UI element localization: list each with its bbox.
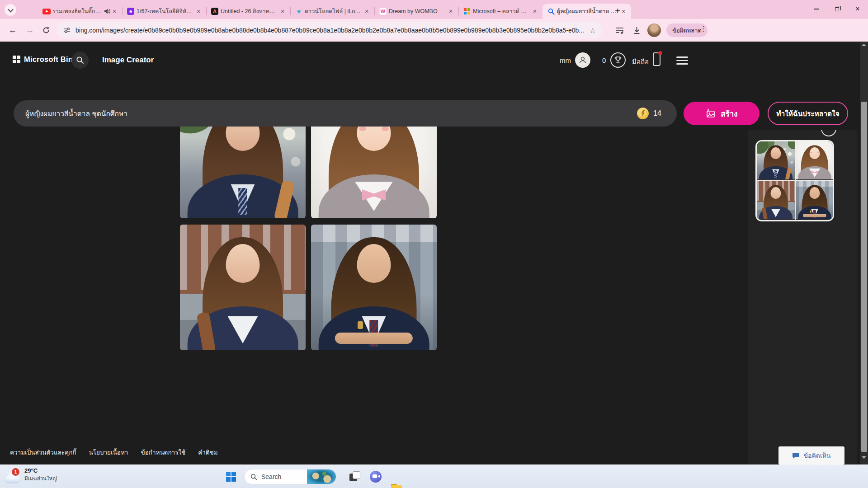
- address-bar[interactable]: bing.com/images/create/e0b89ce0b8b9e0b98…: [57, 22, 602, 38]
- generated-image-4[interactable]: [311, 225, 437, 350]
- scroll-down-icon[interactable]: [862, 456, 866, 459]
- browser-toolbar: ← → bing.com/images/create/e0b89ce0b8b9e…: [0, 19, 868, 42]
- browser-menu-icon[interactable]: ⋮: [700, 24, 707, 33]
- user-avatar[interactable]: [575, 52, 590, 68]
- window-minimize-button[interactable]: [806, 0, 826, 18]
- chat-teams-button[interactable]: [370, 471, 382, 483]
- bing-image-creator-page: Microsoft Bing Image Creator mm 0 มือถือ: [0, 42, 868, 465]
- weather-condition: มีเมฆส่วนใหญ่: [24, 474, 57, 483]
- restore-icon: [835, 7, 839, 11]
- brand-name: Microsoft Bing: [24, 55, 77, 64]
- browser-tab-wombo[interactable]: W Dream by WOMBO ×: [374, 4, 458, 19]
- microsoft-logo-icon: [13, 56, 20, 63]
- phone-icon[interactable]: [653, 52, 660, 66]
- search-icon: [250, 474, 257, 480]
- recent-thumbnail-cell[interactable]: [757, 141, 795, 180]
- recent-creations-sidebar: [748, 130, 857, 465]
- tab-title: รวมเพลงฮิตในติ๊กต๊อ...: [52, 7, 102, 16]
- boost-coin-icon: [637, 108, 649, 119]
- footer-link-terms[interactable]: ข้อกำหนดการใช้: [141, 447, 185, 457]
- bookmark-star-icon[interactable]: ☆: [590, 26, 596, 35]
- tab-close-icon[interactable]: ×: [447, 7, 455, 15]
- refresh-icon: [42, 26, 50, 34]
- cloud-icon: 1: [5, 472, 21, 483]
- url-text[interactable]: bing.com/images/create/e0b89ce0b8b9e0b98…: [75, 27, 590, 34]
- page-title: Image Creator: [102, 56, 154, 65]
- download-icon[interactable]: [631, 25, 642, 36]
- back-button[interactable]: ←: [6, 24, 19, 37]
- prompt-text[interactable]: ผู้หญิงผมยาวสีน้ำตาล ชุดนักศึกษา: [25, 108, 127, 119]
- feedback-button[interactable]: ข้อคิดเห็น: [778, 446, 844, 465]
- recent-creation-thumbnail[interactable]: [755, 140, 834, 221]
- footer-link-content-policy[interactable]: นโยบายเนื้อหา: [89, 447, 128, 457]
- speech-bubble-icon: [792, 452, 800, 459]
- image-sparkle-icon: [705, 108, 716, 119]
- rewards-points[interactable]: 0: [602, 56, 606, 64]
- boost-count: 14: [653, 109, 661, 117]
- tab-close-icon[interactable]: ×: [194, 7, 203, 15]
- start-button[interactable]: [226, 472, 236, 482]
- page-scrollbar[interactable]: [860, 42, 868, 465]
- browser-tab-microsoft[interactable]: Microsoft – คลาวด์ คอ... ×: [458, 4, 542, 19]
- user-name[interactable]: mm: [560, 56, 571, 64]
- scrollbar-thumb[interactable]: [861, 102, 867, 452]
- surprise-me-button[interactable]: ทำให้ฉันประหลาดใจ: [768, 102, 848, 125]
- rewards-trophy-button[interactable]: [610, 52, 626, 68]
- footer-link-feedback[interactable]: คำติชม: [198, 447, 217, 457]
- microsoft-bing-logo[interactable]: Microsoft Bing: [13, 55, 77, 64]
- browser-tab-ilove-download[interactable]: ♥ ดาวน์โหลดไฟล์ | iLoveI... ×: [290, 4, 374, 19]
- taskbar-search-box[interactable]: Search: [244, 469, 336, 484]
- generated-image-3[interactable]: [180, 225, 306, 350]
- thumbnail-image: [757, 181, 795, 219]
- footer-link-privacy[interactable]: ความเป็นส่วนตัวและคุกกี้: [10, 447, 76, 457]
- bing-footer: ความเป็นส่วนตัวและคุกกี้ นโยบายเนื้อหา ข…: [10, 447, 218, 457]
- thumbnail-image: [796, 141, 834, 179]
- recent-thumbnail-cell[interactable]: [796, 141, 834, 180]
- recent-thumbnail-cell[interactable]: [757, 181, 795, 220]
- mobile-label[interactable]: มือถือ: [632, 56, 649, 67]
- header-search-button[interactable]: [71, 52, 89, 69]
- recent-thumbnail-cell[interactable]: [796, 181, 834, 220]
- weather-widget[interactable]: 1 29°C มีเมฆส่วนใหญ่: [5, 467, 57, 483]
- browser-tab-elearning[interactable]: e 1/67-เทคโนโลยีดิจิทัลเพื่... ×: [122, 4, 206, 19]
- new-tab-button[interactable]: +: [611, 5, 624, 17]
- scroll-up-icon[interactable]: [862, 44, 866, 46]
- header-divider: [96, 52, 96, 68]
- browser-tab-youtube[interactable]: รวมเพลงฮิตในติ๊กต๊อ... ×: [38, 4, 122, 19]
- file-explorer-button[interactable]: [391, 483, 402, 488]
- task-view-button[interactable]: [349, 471, 361, 483]
- wombo-w-icon: W: [379, 7, 387, 15]
- hamburger-menu-icon[interactable]: [676, 54, 688, 67]
- browser-tab-untitled[interactable]: A Untitled - 26 สิงหาคม... ×: [206, 4, 290, 19]
- search-highlight-image[interactable]: [307, 469, 336, 484]
- window-restore-button[interactable]: [826, 0, 847, 18]
- create-label: สร้าง: [721, 108, 737, 120]
- windows-taskbar: 1 29°C มีเมฆส่วนใหญ่ Search: [0, 465, 868, 488]
- media-controls-icon[interactable]: [614, 25, 625, 36]
- create-button[interactable]: สร้าง: [684, 102, 760, 125]
- feedback-label: ข้อคิดเห็น: [803, 450, 830, 460]
- prompt-input[interactable]: ผู้หญิงผมยาวสีน้ำตาล ชุดนักศึกษา 14: [14, 100, 677, 127]
- thumbnail-image: [796, 181, 834, 219]
- screen: รวมเพลงฮิตในติ๊กต๊อ... × e 1/67-เทคโนโลย…: [0, 0, 868, 488]
- weather-badge: 1: [12, 468, 19, 476]
- tab-close-icon[interactable]: ×: [531, 7, 539, 15]
- tab-search-button[interactable]: [5, 4, 16, 16]
- close-icon: ×: [855, 5, 859, 13]
- error-status-label: ข้อผิดพลาด: [672, 26, 702, 35]
- person-icon: [578, 56, 587, 65]
- tab-audio-icon[interactable]: [104, 8, 110, 14]
- tab-close-icon[interactable]: ×: [278, 7, 287, 15]
- refresh-button[interactable]: [40, 24, 52, 37]
- browser-profile-avatar[interactable]: [647, 23, 661, 37]
- tab-title: Microsoft – คลาวด์ คอ...: [473, 7, 529, 16]
- tab-close-icon[interactable]: ×: [363, 7, 371, 15]
- collapsed-control-icon[interactable]: [821, 130, 836, 136]
- tab-close-icon[interactable]: ×: [110, 7, 118, 15]
- tab-title: Untitled - 26 สิงหาคม...: [221, 7, 277, 16]
- boost-counter: 14: [637, 108, 661, 119]
- window-close-button[interactable]: ×: [847, 0, 868, 18]
- purple-e-icon: e: [127, 7, 135, 15]
- forward-button[interactable]: →: [24, 24, 36, 37]
- site-settings-icon[interactable]: [63, 27, 71, 34]
